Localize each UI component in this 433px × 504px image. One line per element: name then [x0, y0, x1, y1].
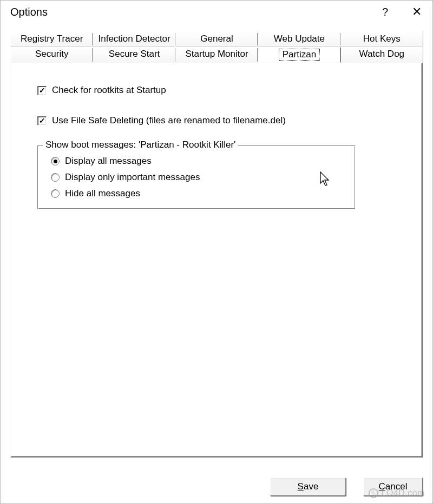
radio-label: Display all messages	[65, 156, 152, 167]
client-area: Registry Tracer Infection Detector Gener…	[1, 24, 432, 457]
tab-startup-monitor[interactable]: Startup Monitor	[175, 47, 258, 63]
titlebar: Options ? ✕	[1, 1, 432, 24]
tab-hot-keys[interactable]: Hot Keys	[340, 31, 423, 47]
radio-display-important[interactable]: Display only important messages	[47, 170, 346, 186]
checkbox-icon	[37, 116, 47, 125]
tab-infection-detector[interactable]: Infection Detector	[93, 31, 175, 47]
tab-general[interactable]: General	[175, 31, 258, 47]
watermark-icon: !	[369, 488, 378, 498]
titlebar-controls: ? ✕	[378, 4, 426, 20]
tab-secure-start[interactable]: Secure Start	[93, 47, 175, 63]
radio-icon	[51, 173, 60, 182]
panel-partizan: Check for rootkits at Startup Use File S…	[10, 63, 423, 457]
help-button[interactable]: ?	[378, 4, 392, 19]
groupbox-legend: Show boot messages: 'Partizan - Rootkit …	[43, 140, 238, 150]
checkbox-icon	[37, 86, 47, 95]
radio-hide-all[interactable]: Hide all messages	[47, 186, 346, 202]
checkbox-check-rootkits[interactable]: Check for rootkits at Startup	[37, 85, 405, 96]
radio-icon	[51, 157, 60, 165]
tabs-row-1: Registry Tracer Infection Detector Gener…	[10, 31, 423, 47]
groupbox-boot-messages: Show boot messages: 'Partizan - Rootkit …	[37, 145, 356, 209]
radio-icon	[51, 189, 60, 198]
watermark: ! LO4D.com	[369, 488, 425, 498]
tab-web-update[interactable]: Web Update	[258, 31, 340, 47]
tab-partizan[interactable]: Partizan	[258, 47, 340, 63]
tab-registry-tracer[interactable]: Registry Tracer	[10, 31, 93, 47]
tab-watch-dog[interactable]: Watch Dog	[340, 47, 423, 63]
checkbox-label: Check for rootkits at Startup	[52, 85, 166, 96]
radio-display-all[interactable]: Display all messages	[47, 154, 346, 170]
save-button[interactable]: Save	[270, 478, 346, 496]
options-dialog: Options ? ✕ Registry Tracer Infection De…	[0, 0, 433, 504]
radio-label: Display only important messages	[65, 172, 200, 183]
tab-security[interactable]: Security	[10, 47, 93, 63]
checkbox-label: Use File Safe Deleting (files are rename…	[52, 115, 286, 126]
radio-label: Hide all messages	[65, 188, 140, 199]
close-button[interactable]: ✕	[408, 4, 426, 20]
checkbox-file-safe-delete[interactable]: Use File Safe Deleting (files are rename…	[37, 115, 405, 126]
watermark-text: LO4D.com	[382, 488, 425, 498]
tabs-row-2: Security Secure Start Startup Monitor Pa…	[10, 47, 423, 63]
window-title: Options	[10, 6, 48, 18]
